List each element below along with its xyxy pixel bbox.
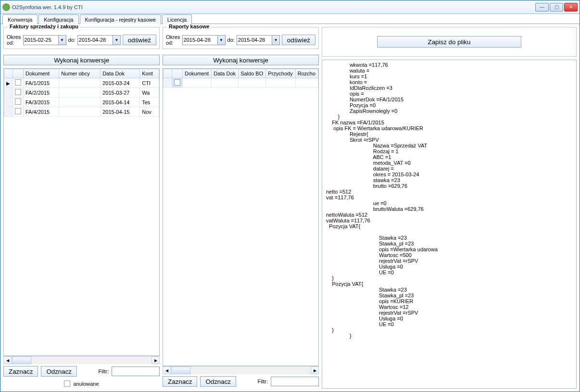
chevron-down-icon[interactable]: ▼ bbox=[113, 36, 120, 45]
app-icon bbox=[2, 3, 10, 11]
filtr-label: Filtr: bbox=[99, 368, 109, 374]
row-checkbox[interactable] bbox=[15, 79, 21, 86]
scroll-left-icon[interactable]: ◀ bbox=[3, 356, 12, 364]
date-to-combo[interactable]: ▼ bbox=[77, 35, 121, 45]
maximize-button[interactable]: ▢ bbox=[550, 3, 563, 12]
zaznacz-button[interactable]: Zaznacz bbox=[163, 376, 197, 387]
do-label: do: bbox=[227, 37, 235, 43]
scroll-left-icon[interactable]: ◀ bbox=[163, 367, 171, 374]
raporty-legend: Raporty kasowe bbox=[167, 24, 211, 29]
filtr-input[interactable] bbox=[112, 367, 160, 376]
table-row[interactable]: FA/3/20152015-04-14Tes bbox=[4, 98, 159, 107]
zapisz-do-pliku-button[interactable]: Zapisz do pliku bbox=[377, 36, 521, 48]
tab-konwersja[interactable]: Konwersja bbox=[2, 14, 38, 24]
col-numer[interactable]: Numer obcy bbox=[59, 69, 101, 78]
date-from-combo[interactable]: ▼ bbox=[23, 35, 66, 45]
odznacz-button[interactable]: Odznacz bbox=[41, 366, 77, 377]
col-kont[interactable]: Kont bbox=[140, 69, 159, 78]
chevron-down-icon[interactable]: ▼ bbox=[58, 36, 66, 45]
date-to-input[interactable] bbox=[78, 37, 113, 43]
col-rozcho[interactable]: Rozcho bbox=[295, 69, 318, 78]
raporty-group: Raporty kasowe Okres od: ▼ do: ▼ odśwież bbox=[163, 27, 319, 49]
col-data[interactable]: Data Dok bbox=[101, 69, 140, 78]
window-title: O2Symfonia wer. 1.4.9 by CTI bbox=[12, 4, 535, 10]
odznacz-button[interactable]: Odznacz bbox=[200, 376, 236, 387]
output-log[interactable]: wkwota =117,76 waluta = kurs =1 konto = … bbox=[322, 60, 577, 389]
zaznacz-button[interactable]: Zaznacz bbox=[3, 366, 38, 377]
table-row[interactable] bbox=[164, 78, 318, 88]
chevron-down-icon[interactable]: ▼ bbox=[217, 36, 225, 45]
tab-licencja[interactable]: Licencja bbox=[162, 14, 192, 24]
scroll-right-icon[interactable]: ▶ bbox=[311, 367, 319, 374]
wykonaj-konwersje-button[interactable]: Wykonaj konwersje bbox=[3, 55, 160, 65]
date-from-combo[interactable]: ▼ bbox=[182, 35, 226, 45]
col-dokument[interactable]: Dokument bbox=[183, 69, 212, 78]
tab-konfiguracja[interactable]: Konfiguracja bbox=[38, 14, 78, 24]
refresh-button[interactable]: odśwież bbox=[123, 35, 156, 45]
faktury-group: Faktury sprzedaży i zakupu Okres od: ▼ d… bbox=[3, 27, 160, 49]
faktury-legend: Faktury sprzedaży i zakupu bbox=[8, 24, 80, 29]
h-scrollbar[interactable]: ◀ ▶ bbox=[163, 366, 319, 374]
tab-strip: Konwersja Konfiguracja Konfiguracja - re… bbox=[0, 14, 580, 24]
row-pointer-icon: ▶ bbox=[6, 81, 10, 86]
okres-od-label: Okres od: bbox=[166, 34, 180, 46]
close-button[interactable]: ✕ bbox=[564, 3, 578, 12]
table-row[interactable]: ▶ FA/1/2015 2015-03-24 CTI bbox=[4, 78, 159, 88]
titlebar: O2Symfonia wer. 1.4.9 by CTI — ▢ ✕ bbox=[0, 0, 580, 14]
save-panel: Zapisz do pliku bbox=[322, 27, 577, 57]
refresh-button[interactable]: odśwież bbox=[282, 35, 315, 45]
row-checkbox[interactable] bbox=[15, 89, 21, 95]
col-przychody[interactable]: Przychody bbox=[266, 69, 296, 78]
table-row[interactable]: FA/2/20152015-03-27Wa bbox=[4, 88, 159, 98]
scroll-thumb[interactable] bbox=[12, 356, 31, 364]
col-dokument[interactable]: Dokument bbox=[24, 69, 59, 78]
date-from-input[interactable] bbox=[24, 37, 58, 43]
row-checkbox[interactable] bbox=[15, 108, 21, 114]
chevron-down-icon[interactable]: ▼ bbox=[272, 36, 279, 45]
filtr-label: Filtr: bbox=[258, 379, 268, 384]
faktury-grid[interactable]: Dokument Numer obcy Data Dok Kont ▶ FA/1… bbox=[3, 68, 160, 356]
row-checkbox[interactable] bbox=[174, 79, 180, 86]
do-label: do: bbox=[68, 37, 76, 43]
date-to-input[interactable] bbox=[237, 37, 272, 43]
scroll-right-icon[interactable]: ▶ bbox=[151, 356, 160, 364]
okres-od-label: Okres od: bbox=[7, 34, 21, 46]
tab-konfiguracja-rejestry[interactable]: Konfiguracja - rejestry kasowe bbox=[80, 14, 161, 24]
anulowane-label: anulowane bbox=[73, 381, 99, 387]
anulowane-checkbox[interactable] bbox=[64, 380, 70, 387]
col-data[interactable]: Data Dok bbox=[212, 69, 239, 78]
minimize-button[interactable]: — bbox=[535, 3, 549, 12]
h-scrollbar[interactable]: ◀ ▶ bbox=[3, 356, 160, 364]
date-from-input[interactable] bbox=[183, 37, 217, 43]
wykonaj-konwersje-button[interactable]: Wykonaj konwersje bbox=[163, 55, 319, 65]
scroll-thumb[interactable] bbox=[171, 367, 190, 374]
col-saldo[interactable]: Saldo BO bbox=[239, 69, 266, 78]
filtr-input[interactable] bbox=[271, 377, 319, 386]
raporty-grid[interactable]: Dokument Data Dok Saldo BO Przychody Roz… bbox=[163, 68, 319, 366]
table-row[interactable]: FA/4/20152015-04-15Nov bbox=[4, 107, 159, 117]
row-checkbox[interactable] bbox=[15, 98, 21, 105]
date-to-combo[interactable]: ▼ bbox=[237, 35, 280, 45]
